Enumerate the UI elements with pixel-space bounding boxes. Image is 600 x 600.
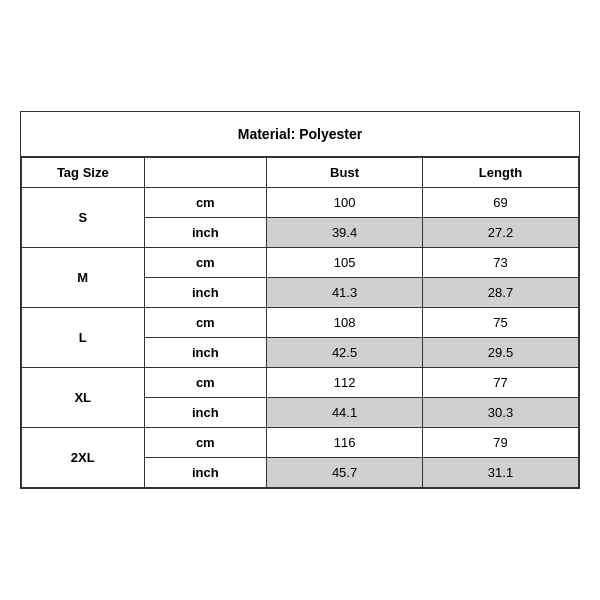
table-row: Scm10069: [22, 188, 579, 218]
unit-cm-cell: cm: [144, 188, 267, 218]
table-row: XLcm11277: [22, 368, 579, 398]
inch-length-cell: 27.2: [423, 218, 579, 248]
cm-bust-cell: 108: [267, 308, 423, 338]
table-header-row: Tag Size Bust Length: [22, 158, 579, 188]
header-bust: Bust: [267, 158, 423, 188]
unit-cm-cell: cm: [144, 248, 267, 278]
unit-cm-cell: cm: [144, 308, 267, 338]
tag-size-cell: S: [22, 188, 145, 248]
unit-inch-cell: inch: [144, 278, 267, 308]
cm-length-cell: 69: [423, 188, 579, 218]
cm-length-cell: 79: [423, 428, 579, 458]
unit-cm-cell: cm: [144, 368, 267, 398]
unit-cm-cell: cm: [144, 428, 267, 458]
unit-inch-cell: inch: [144, 458, 267, 488]
inch-bust-cell: 45.7: [267, 458, 423, 488]
unit-inch-cell: inch: [144, 398, 267, 428]
table-row: Lcm10875: [22, 308, 579, 338]
inch-length-cell: 30.3: [423, 398, 579, 428]
table-row: Mcm10573: [22, 248, 579, 278]
inch-bust-cell: 44.1: [267, 398, 423, 428]
tag-size-cell: XL: [22, 368, 145, 428]
chart-title: Material: Polyester: [21, 112, 579, 157]
header-tag-size: Tag Size: [22, 158, 145, 188]
tag-size-cell: M: [22, 248, 145, 308]
tag-size-cell: L: [22, 308, 145, 368]
tag-size-cell: 2XL: [22, 428, 145, 488]
cm-bust-cell: 100: [267, 188, 423, 218]
header-length: Length: [423, 158, 579, 188]
cm-bust-cell: 116: [267, 428, 423, 458]
cm-length-cell: 75: [423, 308, 579, 338]
unit-inch-cell: inch: [144, 338, 267, 368]
cm-bust-cell: 105: [267, 248, 423, 278]
inch-bust-cell: 39.4: [267, 218, 423, 248]
header-unit: [144, 158, 267, 188]
unit-inch-cell: inch: [144, 218, 267, 248]
inch-bust-cell: 42.5: [267, 338, 423, 368]
inch-length-cell: 29.5: [423, 338, 579, 368]
size-chart-container: Material: Polyester Tag Size Bust Length…: [20, 111, 580, 489]
cm-bust-cell: 112: [267, 368, 423, 398]
inch-length-cell: 28.7: [423, 278, 579, 308]
table-row: 2XLcm11679: [22, 428, 579, 458]
cm-length-cell: 77: [423, 368, 579, 398]
inch-bust-cell: 41.3: [267, 278, 423, 308]
cm-length-cell: 73: [423, 248, 579, 278]
size-table: Tag Size Bust Length Scm10069inch39.427.…: [21, 157, 579, 488]
inch-length-cell: 31.1: [423, 458, 579, 488]
